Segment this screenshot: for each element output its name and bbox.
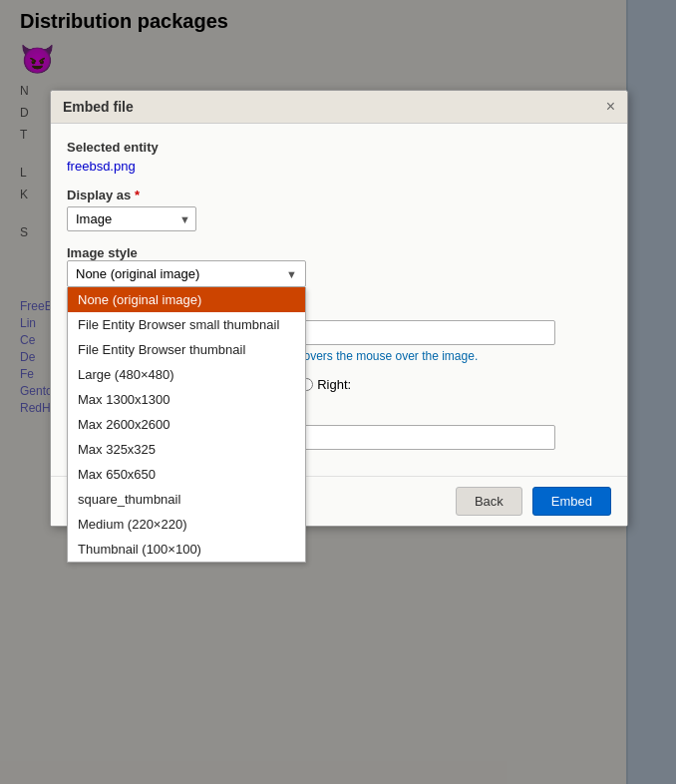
dropdown-item-9[interactable]: Medium (220×220) bbox=[68, 512, 305, 537]
dropdown-item-8[interactable]: square_thumbnail bbox=[68, 487, 305, 512]
align-right: Right: bbox=[300, 377, 351, 392]
dropdown-item-7[interactable]: Max 650x650 bbox=[68, 462, 305, 487]
selected-entity-label: Selected entity bbox=[67, 140, 611, 155]
image-style-group: Image style None (original image) ▼ None… bbox=[67, 245, 611, 287]
modal-header: Embed file × bbox=[51, 91, 627, 124]
dropdown-item-6[interactable]: Max 325x325 bbox=[68, 437, 305, 462]
image-style-current-value: None (original image) bbox=[76, 266, 199, 281]
selected-entity-group: Selected entity freebsd.png bbox=[67, 140, 611, 174]
selected-entity-value[interactable]: freebsd.png bbox=[67, 159, 136, 174]
dropdown-item-10[interactable]: Thumbnail (100×100) bbox=[68, 537, 305, 562]
dropdown-item-3[interactable]: Large (480×480) bbox=[68, 362, 305, 387]
image-style-container: None (original image) ▼ None (original i… bbox=[67, 260, 611, 287]
modal-close-button[interactable]: × bbox=[606, 99, 615, 115]
embed-file-modal: Embed file × Selected entity freebsd.png… bbox=[50, 90, 628, 527]
image-style-trigger[interactable]: None (original image) ▼ bbox=[67, 260, 306, 287]
dropdown-item-1[interactable]: File Entity Browser small thumbnail bbox=[68, 312, 305, 337]
embed-button[interactable]: Embed bbox=[532, 487, 611, 516]
back-button[interactable]: Back bbox=[456, 487, 522, 516]
display-as-select-wrapper: Image ▼ bbox=[67, 206, 196, 231]
image-style-arrow-icon: ▼ bbox=[286, 268, 297, 280]
dropdown-item-0[interactable]: None (original image) bbox=[68, 287, 305, 312]
image-style-dropdown: None (original image) File Entity Browse… bbox=[67, 287, 306, 563]
image-style-label: Image style bbox=[67, 245, 138, 260]
dropdown-item-5[interactable]: Max 2600x2600 bbox=[68, 412, 305, 437]
dropdown-item-4[interactable]: Max 1300x1300 bbox=[68, 387, 305, 412]
dropdown-item-2[interactable]: File Entity Browser thumbnail bbox=[68, 337, 305, 362]
display-as-label: Display as * bbox=[67, 188, 611, 202]
required-star: * bbox=[135, 188, 140, 202]
modal-body: Selected entity freebsd.png Display as *… bbox=[51, 124, 627, 476]
display-as-select[interactable]: Image bbox=[67, 206, 196, 231]
display-as-group: Display as * Image ▼ bbox=[67, 188, 611, 231]
align-right-label: Right: bbox=[317, 377, 351, 392]
modal-title: Embed file bbox=[63, 99, 134, 115]
